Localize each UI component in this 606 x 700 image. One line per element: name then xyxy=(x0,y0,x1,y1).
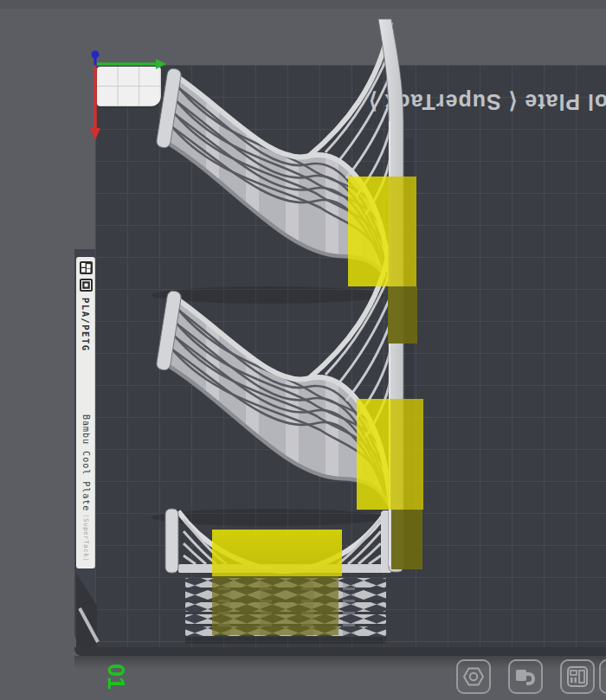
modifier-box-3[interactable] xyxy=(212,530,342,576)
hexagon-gear-icon xyxy=(462,665,485,688)
plate-side-label: PLA/PETG Bambu Cool Plate ⟨SuperTack⟩ xyxy=(76,257,95,568)
plate-number[interactable]: 01 xyxy=(99,660,133,695)
modifier-box-2[interactable] xyxy=(357,399,423,510)
plate-settings-button[interactable] xyxy=(456,659,491,694)
modifier-box-2-below-plate xyxy=(391,510,422,569)
plate-extra-button[interactable] xyxy=(599,659,606,694)
lock-plate-button[interactable] xyxy=(508,659,543,694)
bambu-logo-icon xyxy=(80,261,93,274)
plate-subname-label: ⟨SuperTack⟩ xyxy=(82,514,90,562)
modifier-box-3-below-plate xyxy=(212,576,338,635)
plate-name-label: Bambu Cool Plate xyxy=(81,414,91,511)
plate-material-label: PLA/PETG xyxy=(81,298,91,352)
plate-number-label: 01 xyxy=(100,659,132,694)
modifier-box-1-below-plate xyxy=(388,286,417,344)
plate-corner-notch xyxy=(76,573,98,647)
axes-indicator xyxy=(90,51,166,141)
qr-code-icon xyxy=(80,279,93,292)
bar-chart-icon xyxy=(566,665,589,688)
padlock-icon xyxy=(514,665,537,688)
plate-stats-button[interactable] xyxy=(560,659,595,694)
modifier-box-1[interactable] xyxy=(348,177,416,286)
